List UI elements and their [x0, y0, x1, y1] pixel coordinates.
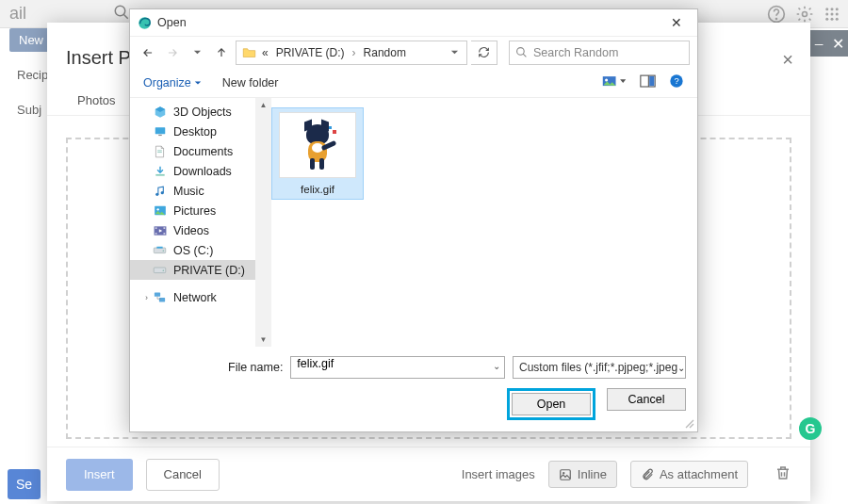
breadcrumb-overflow[interactable]: « [260, 44, 270, 61]
filename-input[interactable]: felix.gif ⌄ [290, 356, 505, 379]
edge-icon [138, 16, 152, 30]
chevron-down-icon: ⌄ [677, 363, 685, 373]
svg-rect-36 [155, 227, 156, 228]
sidebar-item-documents[interactable]: Documents [130, 141, 261, 161]
file-list[interactable]: felix.gif [262, 98, 697, 347]
minimize-icon[interactable]: ‒ [814, 35, 824, 53]
filetype-value: Custom files (*.jfif;*.pjpeg;*.jpeg [519, 361, 677, 374]
svg-point-13 [836, 18, 839, 21]
insert-images-label: Insert images [462, 467, 535, 481]
svg-point-5 [825, 8, 828, 10]
svg-point-7 [836, 8, 839, 10]
svg-point-6 [831, 8, 834, 10]
svg-point-15 [563, 472, 564, 474]
drive-icon [153, 263, 167, 277]
insert-photo-footer: Insert Cancel Insert images Inline As at… [47, 447, 810, 501]
preview-pane-button[interactable] [640, 74, 656, 91]
svg-rect-40 [154, 248, 166, 253]
sidebar: 3D Objects Desktop Documents Downloads M… [130, 98, 262, 347]
close-icon[interactable]: ✕ [832, 35, 844, 53]
chevron-down-icon[interactable]: ⌄ [493, 361, 500, 371]
breadcrumb-random[interactable]: Random [362, 44, 408, 61]
cancel-button[interactable]: Cancel [146, 459, 220, 491]
sidebar-item-videos[interactable]: Videos [130, 220, 261, 240]
svg-point-3 [776, 19, 777, 20]
close-icon[interactable]: × [782, 49, 793, 71]
cube-icon [153, 105, 167, 119]
cancel-button[interactable]: Cancel [607, 388, 686, 411]
svg-line-18 [523, 54, 526, 57]
sidebar-item-private-d[interactable]: PRIVATE (D:) [130, 260, 261, 280]
apps-icon[interactable] [824, 6, 840, 26]
close-icon[interactable]: ✕ [663, 13, 690, 32]
chevron-right-icon: › [351, 46, 358, 59]
sidebar-item-label: Network [173, 291, 217, 304]
open-button-highlight: Open [507, 388, 595, 420]
svg-line-1 [123, 14, 128, 19]
network-icon [153, 290, 167, 304]
svg-point-4 [803, 12, 807, 17]
sidebar-item-3d-objects[interactable]: 3D Objects [130, 102, 261, 122]
svg-point-8 [825, 13, 828, 16]
back-button[interactable] [138, 42, 158, 63]
desktop-icon [153, 124, 167, 138]
forward-button[interactable] [162, 42, 183, 63]
breadcrumb-private[interactable]: PRIVATE (D:) [274, 44, 347, 61]
document-icon [153, 144, 167, 158]
trash-icon[interactable] [775, 464, 791, 484]
paperclip-icon [641, 468, 654, 481]
compose-tab-controls: ‒ ✕ [810, 30, 848, 57]
svg-rect-23 [649, 75, 654, 85]
svg-point-10 [836, 13, 839, 16]
svg-rect-38 [163, 227, 165, 228]
videos-icon [153, 223, 167, 237]
dialog-titlebar: Open ✕ [130, 9, 697, 36]
recent-dropdown[interactable] [187, 42, 207, 63]
organize-menu[interactable]: Organize [143, 76, 202, 89]
svg-point-11 [825, 18, 828, 21]
refresh-button[interactable] [471, 41, 497, 65]
view-menu[interactable] [602, 74, 627, 91]
pictures-icon [153, 203, 167, 218]
dialog-toolbar: Organize New folder ? [130, 68, 697, 98]
filename-label: File name: [228, 361, 283, 374]
download-icon [153, 164, 167, 178]
tab-photos[interactable]: Photos [66, 86, 126, 115]
chevron-right-icon: › [145, 293, 148, 302]
send-button-fragment[interactable]: Se [8, 469, 41, 499]
up-button[interactable] [211, 42, 232, 63]
svg-rect-37 [155, 233, 156, 234]
file-item-felix[interactable]: felix.gif [271, 107, 364, 200]
new-folder-button[interactable]: New folder [222, 76, 279, 89]
svg-point-12 [831, 18, 834, 21]
sidebar-item-os-c[interactable]: OS (C:) [130, 240, 261, 260]
svg-rect-26 [155, 127, 165, 134]
app-logo-fragment: ail [9, 4, 26, 24]
filetype-select[interactable]: Custom files (*.jfif;*.pjpeg;*.jpeg ⌄ [513, 356, 686, 379]
address-bar[interactable]: « PRIVATE (D:) › Random [236, 41, 467, 65]
grammarly-icon[interactable]: G [799, 417, 822, 440]
resize-grip[interactable] [683, 417, 694, 429]
dialog-bottom: File name: felix.gif ⌄ Custom files (*.j… [130, 347, 697, 431]
help-icon[interactable]: ? [669, 73, 684, 91]
attachment-toggle[interactable]: As attachment [630, 461, 748, 488]
sidebar-item-label: Videos [173, 224, 209, 237]
svg-rect-42 [156, 247, 162, 249]
inline-toggle[interactable]: Inline [548, 461, 617, 488]
sidebar-item-downloads[interactable]: Downloads [130, 161, 261, 181]
sidebar-item-pictures[interactable]: Pictures [130, 201, 261, 220]
file-thumbnail [279, 112, 356, 178]
recipients-label: Recip [17, 68, 48, 82]
folder-icon [242, 46, 256, 58]
sidebar-item-network[interactable]: ›Network [130, 287, 261, 307]
compose-field-labels: Recip Subj [17, 68, 48, 117]
open-button[interactable]: Open [512, 393, 591, 415]
sidebar-item-desktop[interactable]: Desktop [130, 122, 261, 141]
search-icon [515, 46, 528, 58]
sidebar-item-music[interactable]: Music [130, 181, 261, 201]
insert-button[interactable]: Insert [66, 459, 133, 491]
search-input[interactable]: Search Random [509, 41, 690, 65]
svg-point-34 [156, 208, 158, 210]
file-open-dialog: Open ✕ « PRIVATE (D:) › Random Search Ra… [129, 8, 698, 432]
chevron-down-icon[interactable] [448, 46, 461, 59]
